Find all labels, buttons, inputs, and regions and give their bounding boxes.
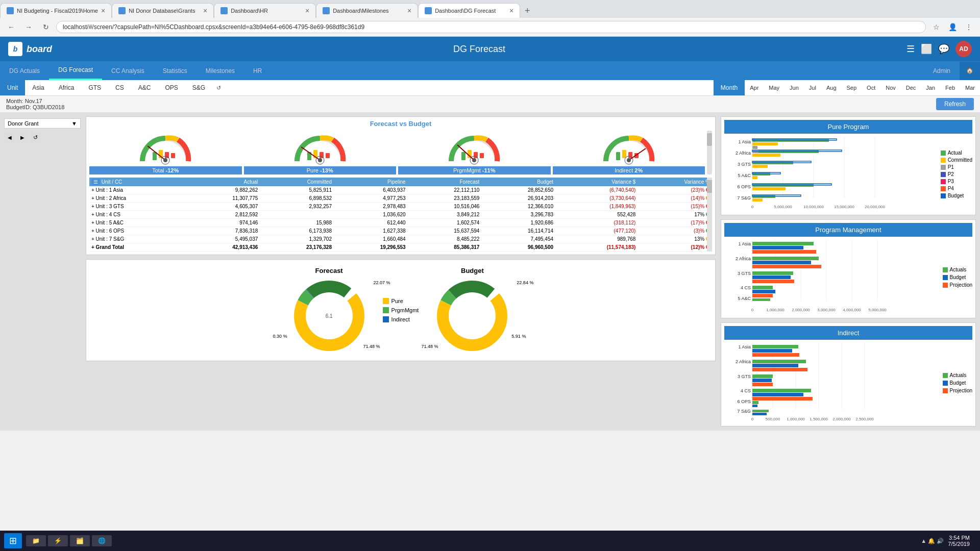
budget-donut-section: Budget 22.84 % 5.91 % 71.48 % [434, 267, 510, 354]
nav-hr[interactable]: HR [244, 62, 271, 80]
unit-andc[interactable]: A&C [131, 80, 158, 95]
nav-dg-actuals[interactable]: DG Actuals [0, 62, 49, 80]
month-jul[interactable]: Jul [804, 81, 821, 95]
donuts-panel: Forecast 6.1 22.07 % [86, 259, 716, 361]
prog-mgmt-legend: Actuals Budget Projection [943, 240, 972, 315]
month-sep[interactable]: Sep [842, 81, 862, 95]
tab-close-1[interactable]: × [101, 7, 105, 15]
legend-budget-pm-label: Budget [950, 274, 966, 280]
nav-statistics[interactable]: Statistics [154, 62, 197, 80]
month-may[interactable]: May [764, 81, 785, 95]
table-scrollbar[interactable] [707, 178, 712, 252]
month-aug[interactable]: Aug [821, 81, 842, 95]
menu-button[interactable]: ⋮ [962, 20, 976, 34]
app-logo: b board [8, 42, 52, 56]
svg-rect-14 [461, 152, 465, 160]
th-actual: Actual [186, 178, 260, 186]
svg-rect-44 [752, 142, 778, 145]
new-tab-button[interactable]: + [520, 4, 534, 18]
table-sort-icon[interactable]: ☰ [91, 179, 100, 185]
back-button[interactable]: ← [4, 20, 18, 34]
unit-sng[interactable]: S&G [185, 80, 212, 95]
unit-asia[interactable]: Asia [25, 80, 51, 95]
browser-tab-4[interactable]: Dashboard\Milestones × [316, 3, 418, 18]
tab-close-4[interactable]: × [407, 7, 411, 15]
svg-rect-97 [752, 298, 770, 301]
browser-tab-3[interactable]: Dashboard\HR × [214, 3, 316, 18]
month-nov[interactable]: Nov [880, 81, 901, 95]
unit-cs[interactable]: CS [108, 80, 131, 95]
app-header-actions: ☰ ⬜ 💬 AD [906, 41, 972, 57]
month-oct[interactable]: Oct [862, 81, 880, 95]
browser-tab-2[interactable]: NI Donor Database\Grants × [112, 3, 214, 18]
unit-africa[interactable]: Africa [52, 80, 82, 95]
tab-title-5: Dashboard\DG Forecast [435, 8, 506, 14]
month-dec[interactable]: Dec [901, 81, 921, 95]
logo-letter: b [13, 45, 18, 53]
unit-ops[interactable]: OPS [158, 80, 185, 95]
svg-rect-95 [752, 294, 773, 297]
tab-close-5[interactable]: × [509, 7, 513, 15]
browser-tab-1[interactable]: NI Budgeting - Fiscal2019\Home × [0, 3, 112, 18]
svg-rect-3 [171, 153, 175, 158]
nav-cc-analysis[interactable]: CC Analysis [102, 62, 154, 80]
legend-prgmmgmt-color [383, 307, 389, 313]
nav-milestones[interactable]: Milestones [197, 62, 244, 80]
gauge-scrollbar[interactable] [707, 131, 712, 174]
legend-indirect: Indirect [383, 316, 419, 322]
sidebar-dropdown[interactable]: Donor Grant ▼ [4, 118, 81, 129]
cell-unit: + Unit : 1 Asia [89, 186, 186, 194]
gauge-scrollbar-thumb[interactable] [707, 133, 712, 146]
avatar[interactable]: AD [955, 41, 972, 57]
table-scrollbar-thumb[interactable] [707, 180, 712, 193]
cell-budget: 12,366,010 [481, 203, 555, 211]
reload-button[interactable]: ↻ [39, 20, 53, 34]
month-mar[interactable]: Mar [960, 81, 980, 95]
nav-admin[interactable]: Admin [924, 62, 960, 80]
svg-text:3,000,000: 3,000,000 [817, 308, 836, 312]
unit-gts[interactable]: GTS [81, 80, 108, 95]
cell-forecast: 3,849,212 [408, 211, 482, 219]
info-budget-id: BudgetID: Q3BUD2018 [6, 104, 64, 110]
legend-budget-ind: Budget [943, 380, 972, 386]
month-jan[interactable]: Jan [921, 81, 940, 95]
bookmark-button[interactable]: ☆ [929, 20, 943, 34]
gauge-indirect: Indirect 2% [553, 131, 705, 174]
month-apr[interactable]: Apr [745, 81, 764, 95]
cell-actual: 42,913,436 [186, 243, 260, 252]
url-bar[interactable] [56, 21, 926, 33]
nav-dg-forecast[interactable]: DG Forecast [49, 61, 102, 80]
tab-close-3[interactable]: × [305, 7, 309, 15]
sidebar-refresh-button[interactable]: ↺ [30, 132, 41, 143]
month-feb[interactable]: Feb [940, 81, 960, 95]
gauge-pure: Pure -13% [244, 131, 397, 174]
pure-program-panel: Pure Program 1 Asia [721, 116, 976, 215]
browser-tab-5[interactable]: Dashboard\DG Forecast × [418, 3, 520, 18]
profile-button[interactable]: 👤 [945, 20, 960, 34]
cell-budget: 3,296,783 [481, 211, 555, 219]
legend-budget-color [941, 193, 946, 198]
svg-rect-117 [752, 368, 807, 371]
legend-pure: Pure [383, 298, 419, 304]
svg-rect-10 [326, 153, 330, 158]
forward-button[interactable]: → [21, 20, 36, 34]
tab-close-2[interactable]: × [203, 7, 207, 15]
app-title: DG Forecast [52, 44, 906, 55]
cell-unit: + Grand Total [89, 243, 186, 252]
cell-forecast: 10,516,046 [408, 203, 482, 211]
window-icon[interactable]: ⬜ [921, 43, 932, 55]
cell-pipeline: 1,036,620 [334, 211, 408, 219]
menu-icon[interactable]: ☰ [906, 43, 915, 55]
svg-text:1,000,000: 1,000,000 [766, 308, 785, 312]
tab-favicon-5 [425, 7, 432, 14]
chat-icon[interactable]: 💬 [938, 43, 949, 55]
sidebar-prev-button[interactable]: ◀ [4, 132, 15, 143]
month-jun[interactable]: Jun [785, 81, 804, 95]
sidebar-next-button[interactable]: ▶ [17, 132, 28, 143]
nav-home[interactable]: 🏠 [960, 62, 980, 80]
refresh-button[interactable]: Refresh [936, 98, 974, 110]
legend-projection-pm: Projection [943, 282, 972, 288]
unit-refresh-button[interactable]: ↺ [212, 83, 225, 93]
th-committed: Committed [260, 178, 334, 186]
svg-rect-50 [752, 154, 780, 157]
